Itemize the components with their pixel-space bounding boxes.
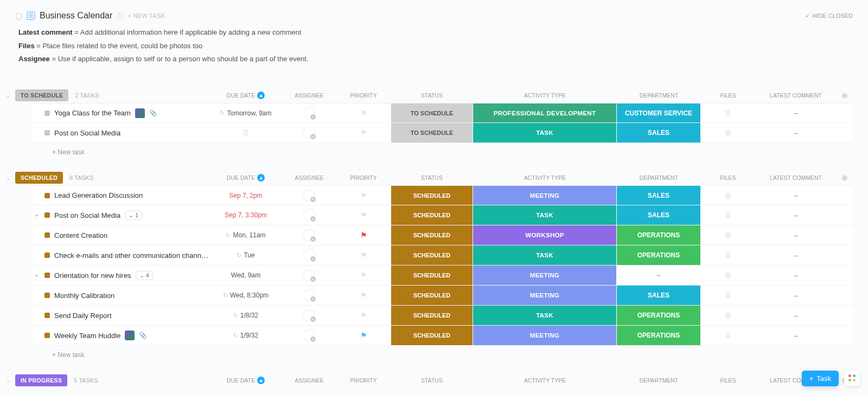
new-task-button[interactable]: + NEW TASK — [127, 12, 165, 19]
cell-due-date[interactable]: ↻Mon, 11am — [209, 225, 282, 245]
col-status[interactable]: STATUS — [391, 92, 473, 99]
cell-assignee[interactable] — [282, 326, 336, 345]
cell-status[interactable]: TO SCHEDULE — [391, 103, 473, 122]
cell-due-date[interactable]: ↻Tue — [209, 245, 282, 265]
cell-files[interactable]: 🗎 — [701, 186, 755, 205]
cell-files[interactable]: 🗎 — [701, 286, 755, 305]
group-header[interactable]: ⌄ SCHEDULED 8 TASKS DUE DATE ▲ ASSIGNEE … — [15, 170, 853, 185]
cell-assignee[interactable] — [282, 186, 336, 205]
cell-priority[interactable]: ⚑ — [336, 186, 391, 205]
chevron-down-icon[interactable]: ⌄ — [5, 174, 11, 182]
cell-priority[interactable]: ⚑ — [336, 306, 391, 325]
cell-department[interactable]: OPERATIONS — [617, 306, 701, 325]
task-row[interactable]: Content Creation ↻Mon, 11am ⚑ SCHEDULED … — [31, 225, 853, 245]
col-due-date[interactable]: DUE DATE ▲ — [209, 92, 282, 99]
col-files[interactable]: FILES — [701, 92, 755, 99]
cell-assignee[interactable] — [282, 245, 336, 265]
status-square-icon[interactable] — [44, 293, 50, 298]
task-name[interactable]: Lead Generation Discussion — [54, 191, 143, 199]
cell-files[interactable]: 🗎 — [701, 225, 755, 245]
cell-due-date[interactable]: Sep 7, 3:30pm — [209, 205, 282, 225]
task-row[interactable]: Yoga Class for the Team 📎 ↻Tomorrow, 9am… — [31, 103, 853, 123]
chevron-down-icon[interactable]: ⌄ — [5, 377, 11, 384]
chevron-down-icon[interactable]: ⌄ — [5, 92, 11, 99]
group-status-pill[interactable]: TO SCHEDULE — [15, 89, 68, 101]
col-priority[interactable]: PRIORITY — [336, 92, 391, 99]
col-status[interactable]: STATUS — [391, 174, 473, 181]
cell-status[interactable]: SCHEDULED — [391, 286, 473, 305]
cell-status[interactable]: SCHEDULED — [391, 186, 473, 205]
cell-latest-comment[interactable]: – — [755, 103, 837, 122]
task-name[interactable]: Yoga Class for the Team — [54, 109, 131, 117]
cell-department[interactable]: CUSTOMER SERVICE — [617, 103, 701, 122]
col-files[interactable]: FILES — [701, 377, 755, 384]
cell-priority[interactable]: ⚑ — [336, 245, 391, 265]
task-name[interactable]: Orientation for new hires — [54, 271, 131, 280]
cell-activity-type[interactable]: MEETING — [473, 326, 617, 345]
apps-button[interactable] — [844, 370, 860, 386]
attachment-icon[interactable]: 📎 — [139, 332, 147, 339]
cell-files[interactable]: 🗎 — [701, 123, 755, 143]
cell-activity-type[interactable]: MEETING — [473, 266, 617, 285]
cell-priority[interactable]: ⚑ — [336, 205, 391, 225]
cell-activity-type[interactable]: TASK — [473, 205, 617, 225]
cell-priority[interactable]: ⚑ — [336, 103, 391, 122]
col-department[interactable]: DEPARTMENT — [617, 377, 701, 384]
col-assignee[interactable]: ASSIGNEE — [282, 92, 336, 99]
cell-activity-type[interactable]: WORKSHOP — [473, 225, 617, 245]
cell-status[interactable]: SCHEDULED — [391, 306, 473, 325]
cell-priority[interactable]: ⚑ — [336, 326, 391, 345]
group-status-pill[interactable]: IN PROGRESS — [15, 374, 67, 386]
expand-caret-icon[interactable]: ▸ — [36, 273, 40, 278]
cell-assignee[interactable] — [282, 306, 336, 325]
task-row[interactable]: ▸ Orientation for new hires ⌄4 Wed, 9am … — [31, 266, 853, 286]
status-square-icon[interactable] — [44, 313, 50, 318]
col-priority[interactable]: PRIORITY — [336, 377, 391, 384]
col-latest-comment[interactable]: LATEST COMMENT — [755, 92, 837, 99]
cell-activity-type[interactable]: TASK — [473, 245, 617, 265]
cell-due-date[interactable]: 🗓 — [209, 123, 282, 143]
cell-files[interactable]: 🗎 — [701, 245, 755, 265]
task-row[interactable]: ▸ Post on Social Media ⌄1 Sep 7, 3:30pm … — [31, 205, 853, 225]
col-department[interactable]: DEPARTMENT — [617, 92, 701, 99]
cell-priority[interactable]: ⚑ — [336, 123, 391, 143]
task-row[interactable]: Monthly Calibration ↻Wed, 8:30pm ⚑ SCHED… — [31, 286, 853, 306]
cell-latest-comment[interactable]: – — [755, 306, 837, 325]
cell-department[interactable]: – — [617, 266, 701, 285]
avatar[interactable] — [125, 331, 135, 340]
cell-assignee[interactable] — [282, 123, 336, 143]
cell-files[interactable]: 🗎 — [701, 326, 755, 345]
cell-department[interactable]: SALES — [617, 186, 701, 205]
cell-department[interactable]: OPERATIONS — [617, 245, 701, 265]
cell-files[interactable]: 🗎 — [701, 205, 755, 225]
status-square-icon[interactable] — [44, 232, 50, 238]
collapse-icon[interactable]: ◯ — [15, 12, 22, 20]
cell-priority[interactable]: ⚑ — [336, 286, 391, 305]
task-name[interactable]: Content Creation — [54, 231, 107, 239]
cell-assignee[interactable] — [282, 205, 336, 225]
status-square-icon[interactable] — [44, 130, 50, 135]
cell-department[interactable]: SALES — [617, 286, 701, 305]
cell-activity-type[interactable]: PROFESSIONAL DEVELOPMENT — [473, 103, 617, 122]
col-due-date[interactable]: DUE DATE ▲ — [209, 174, 282, 182]
subtask-badge[interactable]: ⌄4 — [136, 271, 153, 280]
attachment-icon[interactable]: 📎 — [149, 109, 157, 117]
cell-priority[interactable]: ⚑ — [336, 266, 391, 285]
add-column-button[interactable]: ⊕ — [837, 91, 853, 100]
cell-latest-comment[interactable]: – — [755, 186, 837, 205]
cell-assignee[interactable] — [282, 103, 336, 122]
subtask-badge[interactable]: ⌄1 — [125, 211, 142, 220]
cell-activity-type[interactable]: TASK — [473, 123, 617, 143]
cell-latest-comment[interactable]: – — [755, 205, 837, 225]
add-column-button[interactable]: ⊕ — [837, 173, 853, 182]
task-row[interactable]: Weekly Team Huddle 📎 ↻1/9/32 ⚑ SCHEDULED… — [31, 326, 853, 346]
task-name[interactable]: Monthly Calibration — [54, 292, 114, 300]
col-latest-comment[interactable]: LATEST COMMENT — [755, 174, 837, 181]
col-activity-type[interactable]: ACTIVITY TYPE — [473, 92, 617, 99]
cell-activity-type[interactable]: MEETING — [473, 186, 617, 205]
col-files[interactable]: FILES — [701, 174, 755, 181]
status-square-icon[interactable] — [44, 111, 50, 116]
new-task-fab[interactable]: + Task — [802, 371, 839, 386]
group-status-pill[interactable]: SCHEDULED — [15, 172, 63, 184]
task-row[interactable]: Check e-mails and other communication ch… — [31, 245, 853, 266]
